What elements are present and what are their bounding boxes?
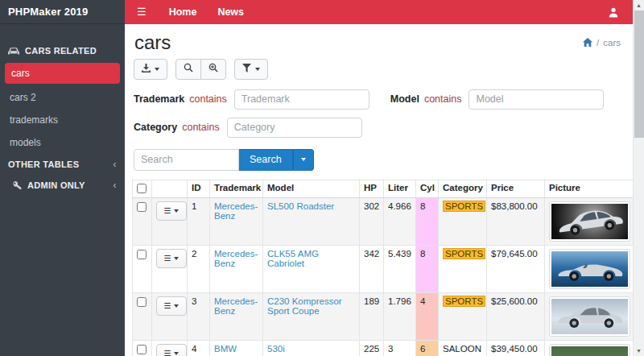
search-input[interactable] [134,149,239,171]
other-tables-label: OTHER TABLES [8,159,79,169]
page-title: cars [134,31,171,54]
hamburger-icon: ☰ [164,302,171,310]
row-options-button[interactable]: ☰ [156,201,187,221]
trademark-link[interactable]: BMW [214,344,237,354]
table-row: ☰ 3 Mercedes-Benz C230 Kompressor Sport … [133,292,634,340]
row-checkbox[interactable] [137,202,147,212]
export-button[interactable] [134,59,167,80]
cell-cyl: 8 [416,245,439,292]
cell-cyl: 4 [416,292,439,340]
caret-down-icon [174,352,179,355]
picture-thumbnail [549,249,630,289]
sidebar-header-label: CARS RELATED [25,46,97,56]
cell-hp: 342 [360,245,384,292]
cell-id: 1 [188,197,210,245]
hamburger-icon: ☰ [164,350,171,356]
caret-down-icon [155,68,159,71]
highlight-search-button[interactable] [175,59,201,80]
search-bar: Search [134,149,625,171]
cell-liter: 5.439 [384,245,416,292]
caret-down-icon [301,158,306,161]
sidebar-toggle-button[interactable]: ☰ [125,0,159,24]
search-button-group [175,59,226,80]
chevron-left-icon: ‹ [113,181,117,189]
category-badge: SPORTS [443,201,485,212]
column-header-model: Model [263,180,360,197]
vertical-scrollbar[interactable]: ▲ ▼ [633,0,644,356]
row-options-button[interactable]: ☰ [156,249,187,268]
caret-down-icon [174,304,179,308]
quick-search-button[interactable] [200,59,226,80]
silver-roadster-photo [551,204,628,239]
model-link[interactable]: CLK55 AMG Cabriolet [267,249,319,268]
table-row: ☰ 4 BMW 530i 225 3 6 SALOON $39,450.00 [133,340,634,356]
category-badge: SPORTS [443,248,485,259]
search-options-button[interactable] [293,149,314,171]
cell-price: $79,645.00 [487,245,545,292]
cell-hp: 225 [360,340,384,356]
scrollbar-thumb[interactable] [634,10,644,138]
category-filter-input[interactable] [227,118,362,138]
filter-operator-link[interactable]: contains [189,93,227,105]
breadcrumb-current: cars [603,38,621,48]
column-header-trademark: Trademark [210,180,263,197]
search-plus-icon [208,63,218,75]
download-icon [142,63,151,75]
column-header-price: Price [487,180,545,197]
row-options-button[interactable]: ☰ [156,344,187,356]
hamburger-icon: ☰ [164,207,171,215]
filter-operator-link[interactable]: contains [424,93,462,105]
table-row: ☰ 2 Mercedes-Benz CLK55 AMG Cabriolet 34… [133,245,634,292]
sidebar-item-cars-2[interactable]: cars 2 [0,86,125,109]
trademark-link[interactable]: Mercedes-Benz [214,296,258,316]
nav-news-link[interactable]: News [207,6,254,18]
sidebar-header-cars-related: CARS RELATED [0,40,125,61]
cell-cyl: 8 [416,197,439,245]
tools-column-header [152,180,188,197]
trademark-filter-input[interactable] [234,89,369,110]
car-icon [8,47,19,56]
silver-sedan-photo [551,346,628,356]
sidebar-header-other-tables[interactable]: OTHER TABLES ‹ [0,154,125,175]
caret-down-icon [255,68,260,71]
select-all-checkbox[interactable] [137,184,147,193]
model-filter-input[interactable] [469,89,604,110]
breadcrumb-separator: / [597,38,599,48]
scroll-down-arrow[interactable]: ▼ [634,346,644,356]
row-options-button[interactable]: ☰ [156,296,187,316]
cars-table: ID Trademark Model HP Liter Cyl Category… [132,180,633,356]
category-badge: SALOON [443,344,481,354]
filter-button[interactable] [234,59,268,80]
search-button[interactable]: Search [239,149,293,171]
row-checkbox[interactable] [137,250,147,259]
model-link[interactable]: 530i [267,344,285,354]
search-icon [184,63,193,75]
sidebar-item-cars[interactable]: cars [5,63,120,84]
model-link[interactable]: SL500 Roadster [267,201,334,211]
sidebar-item-models[interactable]: models [0,131,125,154]
trademark-link[interactable]: Mercedes-Benz [214,201,258,221]
model-link[interactable]: C230 Kompressor Sport Coupe [267,296,342,316]
cell-id: 4 [188,340,210,356]
home-icon[interactable] [583,38,592,47]
model-filter: Model contains [390,89,605,110]
sidebar-header-admin-only[interactable]: ADMIN ONLY ‹ [0,175,125,196]
user-icon [609,7,618,18]
row-checkbox[interactable] [137,297,147,307]
filter-operator-link[interactable]: contains [182,122,220,133]
picture-thumbnail [549,296,630,337]
trademark-link[interactable]: Mercedes-Benz [214,249,258,268]
user-menu-button[interactable] [609,7,618,18]
sidebar-item-trademarks[interactable]: trademarks [0,109,125,131]
filter-funnel-icon [242,63,251,75]
cell-cyl: 6 [416,340,439,356]
table-row: ☰ 1 Mercedes-Benz SL500 Roadster 302 4.9… [133,197,634,245]
hamburger-icon: ☰ [137,6,147,18]
caret-down-icon [174,209,179,213]
toolbar [134,59,625,80]
row-checkbox[interactable] [137,345,147,354]
scroll-up-arrow[interactable]: ▲ [634,0,644,10]
nav-home-link[interactable]: Home [159,6,208,18]
filter-row-2: Category contains [134,118,625,138]
breadcrumb: / cars [583,38,621,48]
